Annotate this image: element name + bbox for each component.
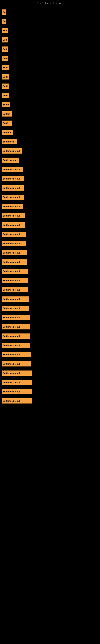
list-item: Bottleneck result [1, 322, 99, 331]
bottleneck-label: Bottleneck result [1, 222, 25, 228]
list-item: Bottleneck result [1, 341, 99, 350]
bottleneck-label: Bott [1, 28, 8, 33]
list-item: Bottleneck r [1, 137, 99, 146]
list-item: Bottleneck result [1, 220, 99, 230]
list-item: Bottleneck result [1, 248, 99, 257]
bottleneck-label: Bottleneck result [1, 370, 32, 376]
bottleneck-label: Bottleneck result [1, 278, 28, 283]
bottleneck-label: Bottleneck result [1, 306, 29, 311]
list-item: Bottle [1, 100, 99, 109]
list-item: Bottleneck result [1, 387, 99, 396]
bottleneck-label: Bottleneck result [1, 334, 30, 339]
bottleneck-label: Bottleneck result [1, 260, 27, 265]
bottleneck-label: Bottleneck result [1, 176, 24, 181]
list-item: Bottleneck result [1, 360, 99, 368]
bottleneck-label: Bottleneck re [1, 158, 19, 163]
list-item: Bottleneck result [1, 258, 99, 266]
bottleneck-label: Bottleneck resul [1, 204, 23, 209]
bottleneck-label: Bottlen [1, 120, 12, 126]
list-item: Bottleneck result [1, 230, 99, 239]
list-item: Bottleneck result [1, 193, 99, 202]
bottleneck-label: Bo [1, 10, 6, 15]
bottleneck-label: Bo [1, 19, 6, 24]
list-item: Bott [1, 26, 99, 35]
bottleneck-label: Bottleneck result [1, 352, 31, 357]
list-item: Bottleneck result [1, 174, 99, 183]
bottleneck-label: Bottleneck result [1, 343, 30, 348]
list-item: Bottleneck result [1, 165, 99, 174]
site-title: TheBottlenecker.com [0, 0, 100, 6]
bottleneck-label: Bottleneck result [1, 389, 32, 394]
bottleneck-label: Bottleneck result [1, 185, 24, 190]
bottleneck-label: Bottlene [1, 130, 13, 135]
list-item: Bottleneck result [1, 239, 99, 248]
bottleneck-label: Bottleneck result [1, 380, 32, 385]
list-item: Bottl [1, 63, 99, 72]
bottleneck-label: Bottleneck result [1, 269, 28, 274]
list-item: Bott [1, 36, 99, 44]
list-item: Bottleneck result [1, 332, 99, 340]
bottleneck-label: Bottleneck result [1, 361, 31, 366]
list-item: Bottleneck result [1, 276, 99, 285]
list-item: Bottlen [1, 110, 99, 118]
bottleneck-label: Bottleneck result [1, 287, 28, 292]
list-item: Bottleneck result [1, 378, 99, 387]
list-item: Bottlen [1, 119, 99, 128]
list-item: Bottleneck result [1, 211, 99, 220]
list-item: Bottl [1, 54, 99, 63]
bottleneck-label: Bottleneck result [1, 241, 26, 246]
bottleneck-label: Bottleneck result [1, 398, 32, 404]
bottleneck-label: Bottleneck result [1, 296, 29, 302]
bottleneck-label: Bottleneck r [1, 139, 17, 144]
bottleneck-label: Bott [1, 46, 8, 52]
bottleneck-label: Bott [1, 37, 8, 42]
list-item: Bottleneck result [1, 396, 99, 405]
list-item: Bottleneck result [1, 350, 99, 359]
bottleneck-label: Bottleneck result [1, 315, 30, 320]
list-item: Bo [1, 8, 99, 16]
bottleneck-label: Bottl [1, 84, 9, 89]
bottleneck-label: Bottl [1, 56, 8, 61]
list-item: Bottleneck result [1, 313, 99, 322]
bottleneck-label: Bottleneck result [1, 232, 26, 237]
bottleneck-label: Bottl [1, 93, 9, 98]
list-item: Bott [1, 45, 99, 54]
bottleneck-label: Bottl [1, 74, 9, 80]
list-item: Bottleneck resul [1, 146, 99, 155]
list-item: Bottl [1, 91, 99, 100]
bottleneck-label: Bottleneck result [1, 250, 27, 256]
bottleneck-label: Bottleneck result [1, 194, 24, 200]
bottleneck-label: Bottleneck result [1, 324, 30, 330]
items-container: BoBoBottBottBottBottlBottlBottlBottlBott… [0, 6, 100, 408]
bottleneck-label: Bottle [1, 102, 10, 107]
list-item: Bottlene [1, 128, 99, 137]
list-item: Bottl [1, 72, 99, 81]
list-item: Bottleneck result [1, 295, 99, 304]
list-item: Bottleneck result [1, 267, 99, 276]
list-item: Bo [1, 17, 99, 26]
bottleneck-label: Bottlen [1, 111, 12, 116]
list-item: Bottl [1, 82, 99, 90]
list-item: Bottleneck result [1, 369, 99, 378]
list-item: Bottleneck result [1, 285, 99, 294]
list-item: Bottleneck re [1, 156, 99, 164]
list-item: Bottleneck resul [1, 202, 99, 211]
bottleneck-label: Bottleneck result [1, 167, 23, 172]
list-item: Bottleneck result [1, 184, 99, 192]
bottleneck-label: Bottleneck result [1, 213, 25, 218]
site-title-bar: TheBottlenecker.com [0, 0, 100, 6]
bottleneck-label: Bottleneck resul [1, 148, 22, 154]
list-item: Bottleneck result [1, 304, 99, 313]
bottleneck-label: Bottl [1, 65, 9, 70]
